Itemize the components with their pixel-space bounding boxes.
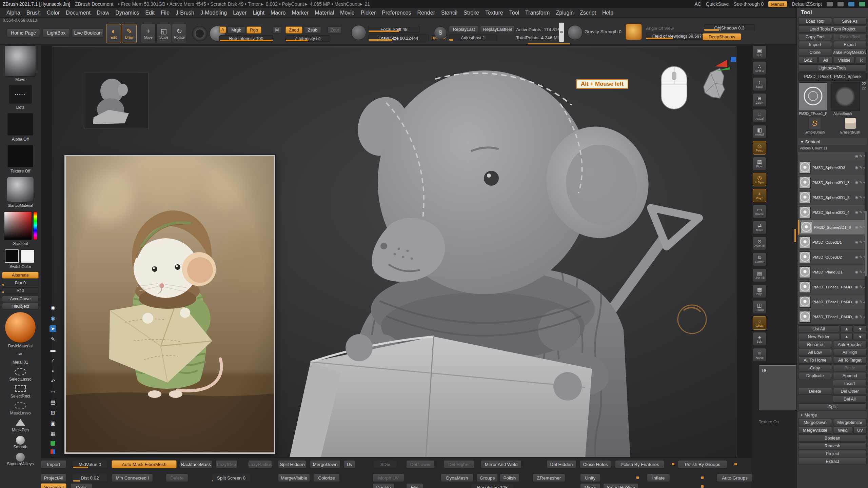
menu-item[interactable]: Texture: [482, 10, 506, 16]
insert-button[interactable]: Insert: [833, 380, 867, 387]
menu-item[interactable]: J-Modeling: [197, 10, 230, 16]
subtool-eye-icon[interactable]: ◉: [855, 255, 859, 259]
project-button[interactable]: Project: [798, 450, 867, 457]
layout-icon[interactable]: [827, 2, 833, 6]
smooth-valleys-icon[interactable]: [0, 453, 41, 462]
printer-icon[interactable]: ▤: [50, 399, 56, 406]
select-rect-icon[interactable]: [0, 385, 41, 392]
grid-icon[interactable]: ▦: [50, 430, 56, 437]
del-other-button[interactable]: Del Other: [833, 388, 867, 395]
ac-toggle[interactable]: AC: [694, 1, 701, 7]
mergesimilar-button[interactable]: MergeSimilar: [833, 419, 867, 426]
menu-item[interactable]: Preferences: [379, 10, 414, 16]
menu-item[interactable]: Marker: [289, 10, 312, 16]
vertical-slider[interactable]: [559, 22, 564, 42]
right-shelf-button[interactable]: ↕ Scroll: [753, 77, 766, 91]
subtool-scrollbar[interactable]: [865, 152, 867, 324]
lazyradius-button[interactable]: LazyRadius: [248, 460, 272, 468]
smart-resym-button[interactable]: Smart ReSym: [603, 483, 638, 488]
flip-button[interactable]: Flip: [406, 483, 423, 488]
right-shelf-button[interactable]: ◌ Ghost: [753, 316, 766, 330]
paste-subtool-button[interactable]: Paste: [833, 364, 867, 371]
subtool-eye-icon[interactable]: ◉: [855, 285, 859, 289]
brush-ring-icon[interactable]: [192, 26, 208, 41]
metal-icon[interactable]: ≈: [0, 350, 41, 357]
zcut-button[interactable]: Zcut: [328, 26, 342, 34]
menus-button[interactable]: Menus: [768, 1, 787, 7]
rgb-intensity-slider[interactable]: Rgb Intensity 100: [219, 35, 273, 42]
del-all-button[interactable]: Del All: [833, 395, 867, 403]
subtool-brush-icon[interactable]: ✎: [859, 165, 862, 170]
alpha-channel-button[interactable]: A: [219, 26, 226, 33]
unify-button[interactable]: Unify: [580, 474, 600, 482]
trash-icon[interactable]: ▭: [50, 388, 56, 395]
toggle-dot-icon[interactable]: [701, 476, 704, 479]
groups-button[interactable]: Groups: [477, 474, 498, 482]
menu-item[interactable]: Layer: [230, 10, 250, 16]
new-folder-button[interactable]: New Folder: [798, 333, 839, 340]
subtool-eye-icon[interactable]: ◉: [855, 300, 859, 304]
subtool-eye-icon[interactable]: ◉: [855, 225, 859, 229]
subtool-row[interactable]: PM3D_TPose1_PM3D_Sphere3 ◉✎≡: [798, 309, 867, 324]
right-shelf-button[interactable]: ⊙ Zoom3D: [753, 237, 766, 250]
visible-count[interactable]: Visible Count 11: [798, 145, 867, 151]
menu-item[interactable]: Stroke: [460, 10, 482, 16]
edit-button[interactable]: ◐Edit: [106, 24, 121, 43]
secondary-color-swatch[interactable]: [20, 249, 35, 263]
switch-color-label[interactable]: SwitchColor: [0, 264, 41, 269]
subtool-row[interactable]: PM3D_Plane3D1 ◉✎≡: [798, 265, 867, 280]
copy-subtool-button[interactable]: Copy: [798, 364, 832, 371]
color-profile-icon[interactable]: [859, 2, 865, 6]
see-through-slider[interactable]: See-through 0: [734, 1, 764, 7]
mask-pen-icon[interactable]: [0, 419, 41, 426]
zremesher-button[interactable]: ZRemesher: [533, 474, 565, 482]
dot-icon[interactable]: •: [50, 367, 56, 374]
right-shelf-button[interactable]: ⇄ Move: [753, 221, 766, 234]
import-button[interactable]: Import: [798, 41, 832, 48]
display-icon[interactable]: [848, 2, 854, 6]
menu-item[interactable]: Light: [250, 10, 268, 16]
move-button[interactable]: +Move: [141, 24, 156, 43]
draw-size-slider[interactable]: Draw Size 80.22444: [368, 35, 429, 41]
gravity-strength-label[interactable]: Gravity Strength 0: [585, 29, 622, 34]
menu-item[interactable]: Edit: [142, 10, 158, 16]
right-shelf-button[interactable]: ⊕ Zoom: [753, 93, 766, 107]
menu-item[interactable]: Alpha: [3, 10, 23, 16]
all-to-home-button[interactable]: All To Home: [798, 357, 832, 364]
spotlight-icon[interactable]: [626, 24, 642, 40]
subtool-eye-icon[interactable]: ◉: [855, 195, 859, 200]
right-shelf-button[interactable]: ▦ PolyF: [753, 284, 766, 298]
accucurve-button[interactable]: AccuCurve: [2, 296, 39, 302]
paste-tool-button[interactable]: Paste Tool: [833, 33, 867, 40]
make-polymesh3d-button[interactable]: Make PolyMesh3D: [833, 49, 867, 56]
tool-thumbnail-alpha[interactable]: [831, 82, 860, 111]
mask-lasso-icon[interactable]: [0, 402, 41, 409]
mergedown-button[interactable]: MergeDown: [798, 419, 832, 426]
current-brush-thumbnail[interactable]: [5, 45, 36, 77]
subtool-brush-icon[interactable]: ✎: [859, 195, 862, 200]
home-page-button[interactable]: Home Page: [7, 28, 40, 37]
document-canvas[interactable]: Alt + Mouse left: [52, 46, 736, 457]
polish-by-groups-button[interactable]: Polish By Groups: [678, 460, 727, 468]
del-hidden-button[interactable]: Del Hidden: [547, 460, 576, 468]
dynamesh-button[interactable]: DynaMesh: [441, 474, 473, 482]
subtool-row[interactable]: PM3D_Sphere3D1_3 ◉✎≡: [798, 175, 867, 190]
lightbox-tools-button[interactable]: Lightbox▸Tools: [798, 64, 867, 72]
menu-item[interactable]: Picker: [358, 10, 379, 16]
pen-icon[interactable]: ✎: [50, 336, 56, 343]
fillobject-button[interactable]: FillObject: [2, 303, 39, 309]
marker-icon[interactable]: ∕: [50, 357, 56, 364]
quicksave-button[interactable]: QuickSave: [706, 1, 729, 7]
cursor-icon[interactable]: ➤: [50, 325, 56, 332]
color-button[interactable]: Color: [71, 483, 92, 488]
subtool-eye-icon[interactable]: ◉: [855, 154, 859, 158]
alpha-thumbnail[interactable]: [7, 113, 33, 136]
uv-button[interactable]: UV: [853, 427, 867, 434]
mergevisible-button[interactable]: MergeVisible: [278, 474, 310, 482]
tool-panel-title[interactable]: Tool: [797, 8, 868, 17]
subtool-brush-icon[interactable]: ✎: [859, 240, 862, 244]
merge-section-header[interactable]: ▪Merge: [798, 411, 867, 418]
delete-button[interactable]: Delete: [166, 474, 188, 482]
simplebrush-slot[interactable]: S SimpleBrush: [798, 118, 831, 137]
right-shelf-button[interactable]: ◫ Transp: [753, 300, 766, 314]
